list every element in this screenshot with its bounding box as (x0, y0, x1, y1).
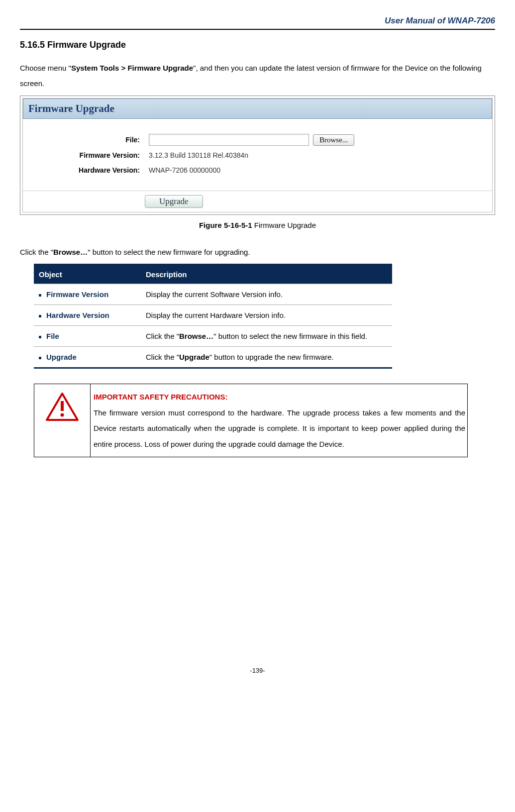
hw-version-label: Hardware Version: (28, 166, 149, 176)
firmware-screenshot: Firmware Upgrade File: Browse... Firmwar… (20, 96, 495, 215)
warning-icon (34, 384, 91, 457)
warning-body: The firmware version must correspond to … (94, 408, 465, 448)
table-row: Upgrade Click the "Upgrade" button to up… (34, 347, 392, 368)
browse-button[interactable]: Browse... (313, 134, 354, 146)
warning-box: IMPORTANT SAFETY PRECAUTIONS: The firmwa… (34, 384, 468, 457)
doc-title: User Manual of WNAP-7206 (385, 16, 495, 25)
fw-version-value: 3.12.3 Build 130118 Rel.40384n (149, 151, 248, 161)
file-input[interactable] (149, 134, 309, 146)
svg-rect-1 (61, 401, 64, 411)
warning-title: IMPORTANT SAFETY PRECAUTIONS: (94, 393, 227, 401)
upgrade-button[interactable]: Upgrade (145, 195, 203, 208)
table-header-description: Description (141, 265, 392, 284)
table-row: File Click the "Browse…" button to selec… (34, 326, 392, 347)
table-row: Hardware Version Display the current Har… (34, 305, 392, 326)
section-heading: 5.16.5 Firmware Upgrade (20, 39, 495, 51)
hw-version-value: WNAP-7206 00000000 (149, 166, 220, 176)
svg-point-2 (61, 413, 64, 417)
fw-version-label: Firmware Version: (28, 151, 149, 161)
click-instruction: Click the "Browse…" button to select the… (20, 244, 495, 260)
document-header: User Manual of WNAP-7206 (20, 15, 495, 30)
intro-paragraph: Choose menu "System Tools > Firmware Upg… (20, 60, 495, 92)
figure-caption: Figure 5-16-5-1 Firmware Upgrade (20, 220, 495, 230)
table-row: Firmware Version Display the current Sof… (34, 284, 392, 305)
page-number: -139- (20, 666, 495, 675)
file-label: File: (28, 135, 149, 145)
description-table: Object Description Firmware Version Disp… (34, 264, 392, 369)
screenshot-title: Firmware Upgrade (23, 99, 492, 119)
table-header-object: Object (34, 265, 141, 284)
